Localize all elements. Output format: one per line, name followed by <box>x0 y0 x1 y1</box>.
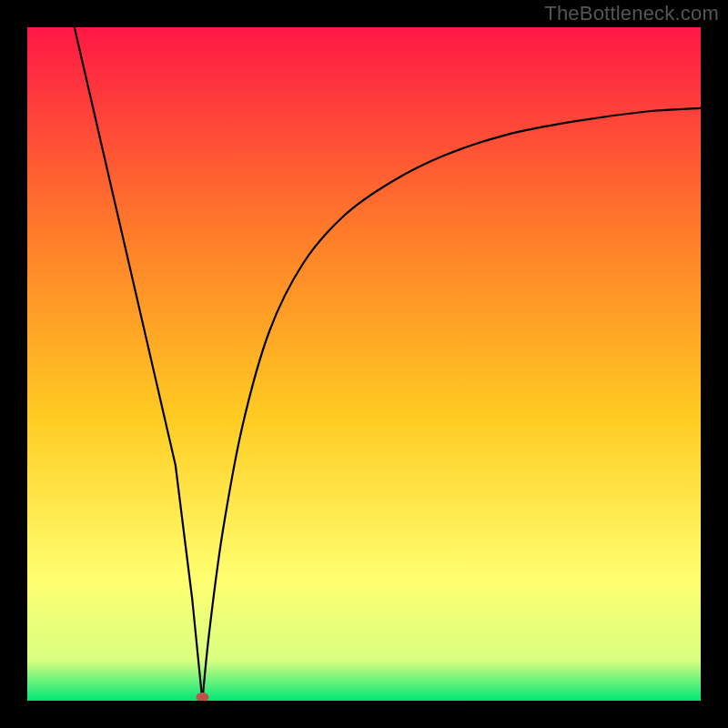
gradient-background <box>27 27 701 701</box>
watermark-label: TheBottleneck.com <box>544 2 719 25</box>
chart-svg <box>27 27 701 701</box>
chart-frame: TheBottleneck.com <box>0 0 728 728</box>
plot-area <box>27 27 701 701</box>
